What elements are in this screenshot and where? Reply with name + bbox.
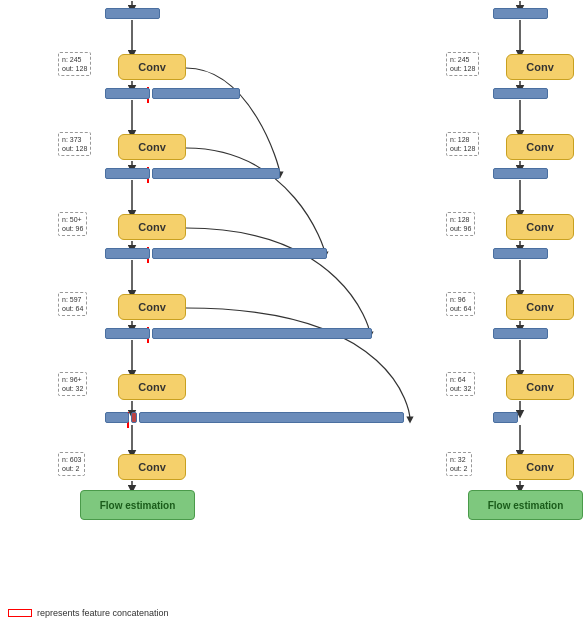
right-conv-4: Conv bbox=[506, 294, 574, 320]
left-bar-2a bbox=[105, 168, 150, 179]
right-info-5: n: 64out: 32 bbox=[446, 372, 475, 396]
left-bar-4b bbox=[152, 328, 372, 339]
right-conv-6: Conv bbox=[506, 454, 574, 480]
left-info-2: n: 373out: 128 bbox=[58, 132, 91, 156]
diagram-container: Conv Conv Conv Conv Conv Conv n: 245out:… bbox=[0, 0, 588, 626]
left-bar-5a bbox=[105, 412, 129, 423]
right-bar-0 bbox=[493, 8, 548, 19]
right-info-4: n: 96out: 64 bbox=[446, 292, 475, 316]
left-bar-1b bbox=[152, 88, 240, 99]
right-info-3: n: 128out: 96 bbox=[446, 212, 475, 236]
left-conv-6: Conv bbox=[118, 454, 186, 480]
left-bar-2b bbox=[152, 168, 280, 179]
left-conv-1: Conv bbox=[118, 54, 186, 80]
right-bar-3 bbox=[493, 248, 548, 259]
legend-line bbox=[8, 609, 32, 617]
left-info-5: n: 96+out: 32 bbox=[58, 372, 87, 396]
right-conv-3: Conv bbox=[506, 214, 574, 240]
legend: represents feature concatenation bbox=[8, 608, 169, 618]
left-conv-3: Conv bbox=[118, 214, 186, 240]
left-conv-4: Conv bbox=[118, 294, 186, 320]
left-conv-5: Conv bbox=[118, 374, 186, 400]
right-conv-5: Conv bbox=[506, 374, 574, 400]
left-info-3: n: 50+out: 96 bbox=[58, 212, 87, 236]
right-bar-5 bbox=[493, 412, 518, 423]
left-info-4: n: 597out: 64 bbox=[58, 292, 87, 316]
left-bar-4a bbox=[105, 328, 150, 339]
left-bar-concat bbox=[131, 412, 137, 423]
left-info-6: n: 603out: 2 bbox=[58, 452, 85, 476]
right-info-6: n: 32out: 2 bbox=[446, 452, 472, 476]
left-bar-0 bbox=[105, 8, 160, 19]
left-bar-1a bbox=[105, 88, 150, 99]
right-bar-1 bbox=[493, 88, 548, 99]
right-flow-estimation: Flow estimation bbox=[468, 490, 583, 520]
legend-text: represents feature concatenation bbox=[37, 608, 169, 618]
right-bar-4 bbox=[493, 328, 548, 339]
left-flow-estimation: Flow estimation bbox=[80, 490, 195, 520]
left-bar-3a bbox=[105, 248, 150, 259]
right-bar-2 bbox=[493, 168, 548, 179]
left-bar-3b bbox=[152, 248, 327, 259]
right-conv-1: Conv bbox=[506, 54, 574, 80]
right-info-1: n: 245out: 128 bbox=[446, 52, 479, 76]
left-conv-2: Conv bbox=[118, 134, 186, 160]
left-bar-5b bbox=[139, 412, 404, 423]
right-info-2: n: 128out: 128 bbox=[446, 132, 479, 156]
right-conv-2: Conv bbox=[506, 134, 574, 160]
left-info-1: n: 245out: 128 bbox=[58, 52, 91, 76]
